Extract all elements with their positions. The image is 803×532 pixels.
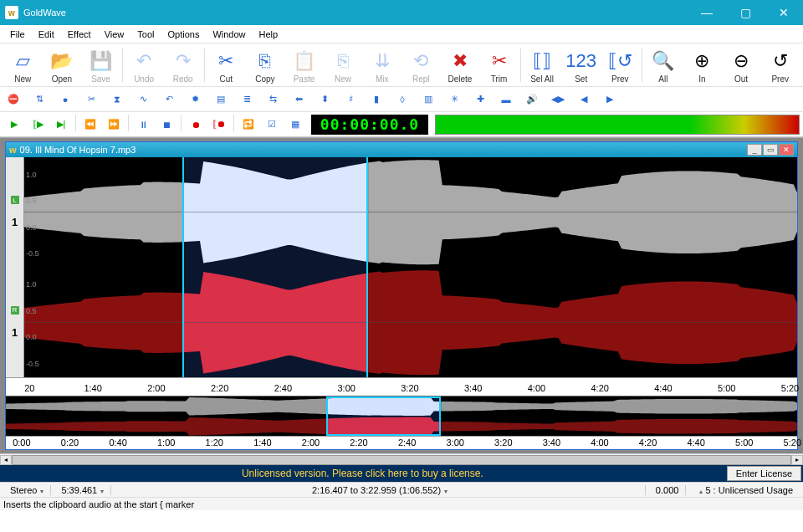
overview-timeline[interactable]: 0:000:200:401:001:201:402:002:202:403:00… — [6, 436, 797, 449]
play-button[interactable]: ▶ — [3, 115, 25, 135]
all-button[interactable]: 🔍All — [644, 45, 683, 85]
scroll-left-button[interactable]: ◂ — [0, 455, 12, 465]
mute-r-button[interactable]: ▶ — [598, 89, 621, 110]
status-range[interactable]: 2:16.407 to 3:22.959 (1:06.552)▾ — [115, 485, 646, 495]
license-message[interactable]: Unlicensed version. Please click here to… — [0, 468, 725, 479]
play-sel-icon: ⟦▶ — [33, 119, 43, 130]
vexpand-button[interactable]: ⬍ — [313, 89, 336, 110]
overview-selection[interactable] — [326, 396, 441, 436]
colorbar-button[interactable]: ▮ — [365, 89, 388, 110]
forward-button[interactable]: ⏩ — [103, 115, 125, 135]
cross-button[interactable]: ✚ — [468, 89, 492, 110]
equalizer-button[interactable]: ♯ — [339, 89, 362, 110]
menu-options[interactable]: Options — [161, 27, 206, 42]
prevz-icon: ↺ — [769, 49, 792, 73]
record-sel-button[interactable]: ⟦⏺ — [208, 115, 230, 135]
copy-button[interactable]: ⎘Copy — [246, 45, 285, 85]
prevz-button[interactable]: ↺Prev — [760, 45, 800, 85]
menu-file[interactable]: File — [3, 27, 32, 42]
mute-l-button[interactable]: ◀ — [572, 89, 596, 110]
pause-button[interactable]: ⏸ — [132, 115, 154, 135]
enter-license-button[interactable]: Enter License — [727, 466, 801, 481]
funnel-button[interactable]: ⧗ — [105, 89, 129, 110]
horizontal-scrollbar[interactable]: ◂ ▸ — [0, 453, 803, 465]
play-end-button[interactable]: ▶| — [50, 115, 72, 135]
status-length[interactable]: 5:39.461▾ — [54, 485, 111, 495]
slider-button[interactable]: ◀▶ — [546, 89, 570, 110]
cut-button[interactable]: ✂Cut — [207, 45, 246, 85]
menu-edit[interactable]: Edit — [32, 27, 61, 42]
effects-toolbar: ⛔⇅●✂⧗∿↶✹▤≣⇆⬅⬍♯▮◊▥✳✚▬🔊◀▶◀▶ — [0, 87, 803, 112]
close-button[interactable]: ✕ — [765, 0, 803, 25]
menu-tool[interactable]: Tool — [130, 27, 161, 42]
swap-button[interactable]: ⇆ — [261, 89, 284, 110]
wave-button[interactable]: ∿ — [131, 89, 155, 110]
overview-waveform[interactable] — [6, 396, 797, 436]
minimize-button[interactable]: — — [688, 0, 726, 25]
rewind-button[interactable]: ⏪ — [79, 115, 101, 135]
gate-icon: ◊ — [400, 95, 404, 105]
scroll-thumb[interactable] — [12, 455, 791, 465]
open-button[interactable]: 📂Open — [43, 45, 82, 85]
status-usage: ▴ 5 : Unlicensed Usage — [689, 485, 800, 495]
thermo-icon: ▥ — [424, 94, 432, 105]
stop-button[interactable]: ⏹ — [156, 115, 177, 135]
loop-button[interactable]: 🔁 — [238, 115, 259, 135]
prev-button[interactable]: ⟦↺Prev — [601, 45, 640, 85]
menu-effect[interactable]: Effect — [61, 27, 98, 42]
picture-button[interactable]: ▤ — [209, 89, 233, 110]
status-mode[interactable]: Stereo▾ — [3, 485, 51, 495]
selection-range[interactable] — [182, 157, 368, 377]
document-titlebar[interactable]: w 09. Ill Mind Of Hopsin 7.mp3 _ ▭ ✕ — [6, 142, 797, 157]
target-button[interactable]: ✳ — [442, 89, 466, 110]
speaker-button[interactable]: 🔊 — [520, 89, 544, 110]
spectrum-button[interactable]: ≣ — [235, 89, 258, 110]
doc-maximize-button[interactable]: ▭ — [763, 144, 778, 156]
target-icon: ✳ — [451, 94, 458, 105]
main-timeline[interactable]: 201:402:002:202:403:003:203:404:004:204:… — [6, 377, 797, 396]
uturn-button[interactable]: ↶ — [157, 89, 181, 110]
arrow-l-button[interactable]: ⬅ — [287, 89, 310, 110]
mix-button: ⇊Mix — [362, 45, 402, 85]
channel-l-badge[interactable]: L — [11, 196, 19, 204]
set-button[interactable]: 123Set — [561, 45, 601, 85]
gear-button[interactable]: ✹ — [183, 89, 207, 110]
time-tick: 2:20 — [350, 437, 367, 448]
record-button[interactable]: ⏺ — [185, 115, 207, 135]
scroll-right-button[interactable]: ▸ — [791, 455, 803, 465]
menu-view[interactable]: View — [98, 27, 131, 42]
time-tick: 1:00 — [157, 437, 175, 448]
selall-button[interactable]: ⟦⟧Sel All — [523, 45, 562, 85]
time-tick: 2:20 — [211, 383, 228, 393]
doc-close-button[interactable]: ✕ — [779, 144, 794, 156]
scissors-button[interactable]: ✂ — [79, 89, 103, 110]
grid-button[interactable]: ▦ — [284, 115, 306, 135]
status-position[interactable]: 0.000 — [649, 485, 687, 495]
workspace: w 09. Ill Mind Of Hopsin 7.mp3 _ ▭ ✕ L1 … — [0, 137, 803, 453]
thermo-button[interactable]: ▥ — [417, 89, 440, 110]
channel-r-badge[interactable]: R — [11, 306, 19, 315]
maximize-button[interactable]: ▢ — [726, 0, 765, 25]
time-tick: 5:20 — [781, 383, 799, 393]
delete-button[interactable]: ✖Delete — [441, 45, 480, 85]
vswap-button[interactable]: ⇅ — [28, 89, 51, 110]
stop-icon: ⏹ — [162, 120, 171, 130]
gate-button[interactable]: ◊ — [391, 89, 414, 110]
colorbar2-button[interactable]: ▬ — [494, 89, 518, 110]
set-icon: 123 — [570, 49, 593, 73]
stop-fx-button[interactable]: ⛔ — [2, 89, 25, 110]
menu-help[interactable]: Help — [253, 27, 285, 42]
doc-minimize-button[interactable]: _ — [747, 144, 762, 156]
selall-icon: ⟦⟧ — [530, 49, 554, 73]
play-sel-button[interactable]: ⟦▶ — [27, 115, 49, 135]
in-button[interactable]: ⊕In — [683, 45, 722, 85]
menu-window[interactable]: Window — [206, 27, 252, 42]
new-button[interactable]: ▱New — [3, 45, 43, 85]
trim-button[interactable]: ✂Trim — [479, 45, 519, 85]
colorbar-icon: ▮ — [374, 94, 379, 105]
waveform-area[interactable]: L1 R1 1.00.50.0-0.51.00.50.0-0.5 — [6, 157, 797, 377]
check-button[interactable]: ☑ — [261, 115, 283, 135]
out-button[interactable]: ⊖Out — [722, 45, 761, 85]
ball-button[interactable]: ● — [54, 89, 77, 110]
play-end-icon: ▶| — [57, 119, 66, 130]
